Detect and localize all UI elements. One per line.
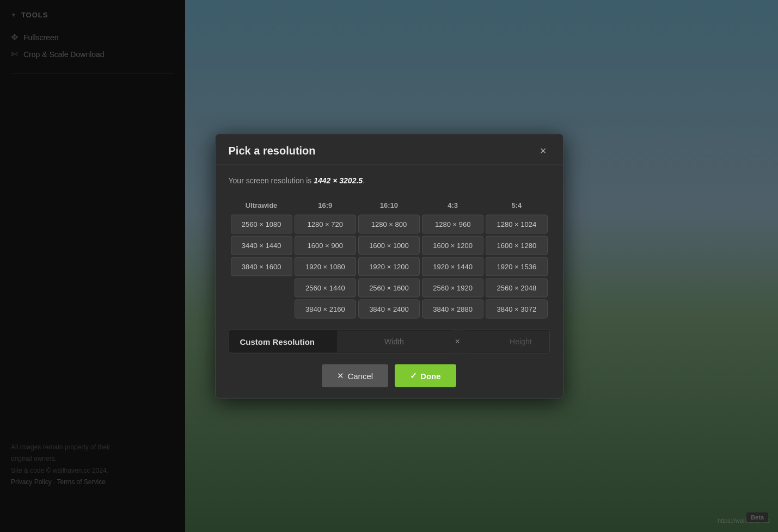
col-16-10: 16:10	[358, 198, 420, 213]
resolution-table: Ultrawide 16:9 16:10 4:3 5:4 2560 × 1080…	[229, 196, 550, 321]
resolution-picker-modal: Pick a resolution × Your screen resoluti…	[215, 134, 563, 399]
res-3840x2160[interactable]: 3840 × 2160	[295, 300, 356, 319]
res-2560x1080[interactable]: 2560 × 1080	[231, 215, 292, 234]
res-2560x1600[interactable]: 2560 × 1600	[358, 279, 420, 298]
table-cell: 1920 × 1440	[422, 257, 483, 276]
table-cell: 1600 × 900	[295, 236, 356, 255]
table-row: 2560 × 1080 1280 × 720 1280 × 800 1280 ×…	[231, 215, 548, 234]
col-5-4: 5:4	[486, 198, 547, 213]
custom-resolution-row: Custom Resolution ×	[229, 330, 550, 354]
res-1920x1536[interactable]: 1920 × 1536	[486, 257, 547, 276]
resolution-table-header: Ultrawide 16:9 16:10 4:3 5:4	[231, 198, 548, 213]
table-cell: 2560 × 2048	[486, 279, 547, 298]
col-16-9: 16:9	[295, 198, 356, 213]
res-empty-2	[231, 304, 292, 314]
table-cell	[231, 300, 292, 319]
res-empty-1	[231, 282, 292, 293]
table-cell: 3440 × 1440	[231, 236, 292, 255]
col-4-3: 4:3	[422, 198, 483, 213]
table-row: 3840 × 1600 1920 × 1080 1920 × 1200 1920…	[231, 257, 548, 276]
table-cell: 3840 × 2880	[422, 300, 483, 319]
res-1600x1000[interactable]: 1600 × 1000	[358, 236, 420, 255]
res-2560x1440[interactable]: 2560 × 1440	[295, 279, 356, 298]
col-ultrawide: Ultrawide	[231, 198, 292, 213]
res-1280x720[interactable]: 1280 × 720	[295, 215, 356, 234]
table-cell: 1280 × 720	[295, 215, 356, 234]
res-3840x2880[interactable]: 3840 × 2880	[422, 300, 483, 319]
res-1600x1200[interactable]: 1600 × 1200	[422, 236, 483, 255]
cancel-label: Cancel	[347, 371, 373, 380]
res-3840x1600[interactable]: 3840 × 1600	[231, 257, 292, 276]
res-1920x1080[interactable]: 1920 × 1080	[295, 257, 356, 276]
res-1920x1440[interactable]: 1920 × 1440	[422, 257, 483, 276]
custom-width-input[interactable]	[338, 331, 451, 352]
table-cell: 3840 × 3072	[486, 300, 547, 319]
custom-res-clear-button[interactable]: ×	[451, 330, 464, 353]
table-row: 3440 × 1440 1600 × 900 1600 × 1000 1600 …	[231, 236, 548, 255]
table-cell: 1280 × 960	[422, 215, 483, 234]
screen-resolution-value: 1442 × 3202.5	[314, 176, 363, 185]
done-button[interactable]: ✓ Done	[395, 364, 456, 387]
table-cell: 1280 × 1024	[486, 215, 547, 234]
table-cell: 1920 × 1536	[486, 257, 547, 276]
res-3440x1440[interactable]: 3440 × 1440	[231, 236, 292, 255]
table-cell: 2560 × 1920	[422, 279, 483, 298]
table-cell: 1920 × 1200	[358, 257, 420, 276]
modal-header: Pick a resolution ×	[216, 134, 563, 165]
modal-title: Pick a resolution	[229, 144, 316, 157]
res-1280x960[interactable]: 1280 × 960	[422, 215, 483, 234]
table-cell: 2560 × 1080	[231, 215, 292, 234]
cancel-icon: ✕	[337, 371, 344, 381]
table-cell: 1280 × 800	[358, 215, 420, 234]
table-cell: 3840 × 2160	[295, 300, 356, 319]
table-cell: 2560 × 1440	[295, 279, 356, 298]
screen-resolution-info: Your screen resolution is 1442 × 3202.5.	[229, 176, 550, 185]
res-3840x3072[interactable]: 3840 × 3072	[486, 300, 547, 319]
table-row: 2560 × 1440 2560 × 1600 2560 × 1920 2560…	[231, 279, 548, 298]
res-1920x1200[interactable]: 1920 × 1200	[358, 257, 420, 276]
res-1600x900[interactable]: 1600 × 900	[295, 236, 356, 255]
table-cell	[231, 279, 292, 298]
modal-close-button[interactable]: ×	[537, 144, 550, 157]
res-1280x800[interactable]: 1280 × 800	[358, 215, 420, 234]
table-cell: 1920 × 1080	[295, 257, 356, 276]
table-row: 3840 × 2160 3840 × 2400 3840 × 2880 3840…	[231, 300, 548, 319]
res-1280x1024[interactable]: 1280 × 1024	[486, 215, 547, 234]
table-cell: 1600 × 1280	[486, 236, 547, 255]
done-icon: ✓	[410, 371, 417, 381]
modal-actions: ✕ Cancel ✓ Done	[229, 364, 550, 387]
table-cell: 3840 × 1600	[231, 257, 292, 276]
resolution-table-body: 2560 × 1080 1280 × 720 1280 × 800 1280 ×…	[231, 215, 548, 319]
res-1600x1280[interactable]: 1600 × 1280	[486, 236, 547, 255]
cancel-button[interactable]: ✕ Cancel	[322, 364, 388, 387]
res-3840x2400[interactable]: 3840 × 2400	[358, 300, 420, 319]
custom-resolution-label: Custom Resolution	[229, 330, 338, 352]
table-cell: 3840 × 2400	[358, 300, 420, 319]
table-cell: 1600 × 1200	[422, 236, 483, 255]
done-label: Done	[420, 371, 441, 380]
res-2560x1920[interactable]: 2560 × 1920	[422, 279, 483, 298]
res-2560x2048[interactable]: 2560 × 2048	[486, 279, 547, 298]
table-cell: 1600 × 1000	[358, 236, 420, 255]
table-cell: 2560 × 1600	[358, 279, 420, 298]
modal-body: Your screen resolution is 1442 × 3202.5.…	[216, 165, 563, 398]
custom-height-input[interactable]	[464, 331, 550, 352]
